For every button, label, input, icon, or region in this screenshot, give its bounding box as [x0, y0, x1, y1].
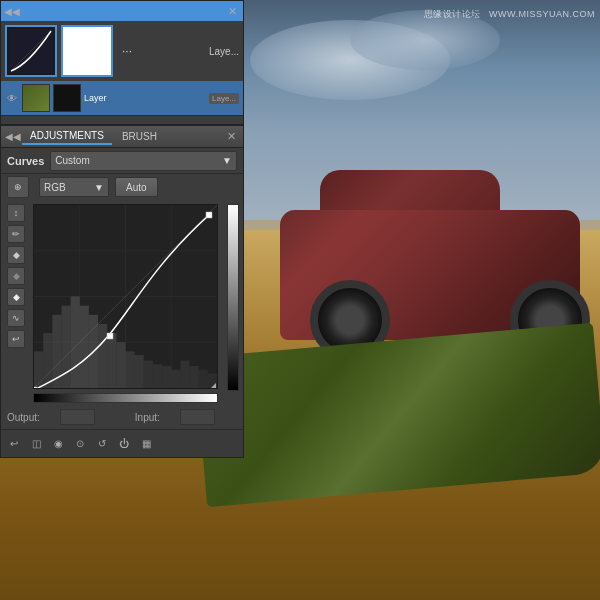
auto-button[interactable]: Auto: [115, 177, 158, 197]
layers-label[interactable]: Laye...: [209, 46, 239, 57]
svg-rect-14: [80, 306, 89, 388]
channel-value: RGB: [44, 182, 66, 193]
adjustments-bottom-bar: ↩ ◫ ◉ ⊙ ↺ ⏻ ▦: [1, 429, 243, 457]
blank-thumbnail[interactable]: [61, 25, 113, 77]
delete-icon[interactable]: ▦: [137, 435, 155, 453]
curves-tools: ↕ ✏ ◆ ◆ ◆ ∿ ↩: [7, 200, 27, 405]
view-icon[interactable]: ◉: [49, 435, 67, 453]
curves-title-row: Curves Custom ▼: [1, 148, 243, 174]
layer-badge: Laye...: [209, 93, 239, 104]
output-input-row: Output: Input:: [1, 405, 243, 429]
preset-value: Custom: [55, 155, 89, 166]
vertical-gradient-bar: [227, 204, 239, 391]
svg-rect-18: [116, 342, 125, 388]
preset-dropdown-arrow: ▼: [222, 155, 232, 166]
refresh-icon[interactable]: ↺: [93, 435, 111, 453]
eyedropper-black-tool[interactable]: ◆: [7, 246, 25, 264]
tab-adjustments[interactable]: ADJUSTMENTS: [22, 128, 112, 145]
adjustments-panel-header: ◀◀ ADJUSTMENTS BRUSH ✕: [1, 126, 243, 148]
channel-dropdown[interactable]: RGB ▼: [39, 177, 109, 197]
svg-rect-22: [153, 364, 162, 388]
input-label: Input:: [135, 412, 160, 423]
svg-rect-23: [162, 366, 171, 388]
svg-rect-12: [61, 306, 70, 388]
toggle-visibility-icon[interactable]: ◫: [27, 435, 45, 453]
svg-rect-9: [34, 351, 43, 388]
panel-close-x[interactable]: ✕: [224, 130, 238, 144]
svg-rect-29: [107, 333, 113, 339]
panel-thumbnails: ··· Laye...: [1, 21, 243, 81]
panel-collapse-icon[interactable]: ◀◀: [5, 4, 19, 18]
svg-rect-27: [199, 370, 208, 388]
output-label: Output:: [7, 412, 40, 423]
svg-rect-26: [190, 366, 199, 388]
eyedropper-tool[interactable]: ⊕: [7, 176, 29, 198]
curves-section: ↕ ✏ ◆ ◆ ◆ ∿ ↩: [1, 200, 243, 405]
curves-area[interactable]: [33, 204, 218, 389]
layers-list: 👁 Layer Laye...: [1, 81, 243, 116]
horizontal-gradient-bar: [33, 393, 218, 403]
curve-corner-tool[interactable]: ↩: [7, 330, 25, 348]
panel-top-bar: ◀◀ ✕: [1, 1, 243, 21]
curve-smooth-tool[interactable]: ∿: [7, 309, 25, 327]
panel-collapse-arrow[interactable]: ◀◀: [6, 130, 20, 144]
svg-rect-31: [206, 212, 212, 218]
eyedropper-grey-tool[interactable]: ◆: [7, 267, 25, 285]
channel-dropdown-arrow: ▼: [94, 182, 104, 193]
svg-rect-20: [135, 355, 144, 388]
svg-rect-17: [107, 333, 116, 388]
layer-name: Layer: [84, 93, 206, 103]
watermark: 思缘设计论坛 WWW.MISSYUAN.COM: [424, 8, 595, 21]
panel-close-button[interactable]: ✕: [225, 4, 239, 18]
svg-rect-24: [171, 370, 180, 388]
svg-rect-10: [43, 333, 52, 388]
tab-brush[interactable]: BRUSH: [114, 129, 165, 144]
output-input[interactable]: [60, 409, 95, 425]
svg-rect-16: [98, 324, 107, 388]
eyedropper-white-tool[interactable]: ◆: [7, 288, 25, 306]
pencil-tool[interactable]: ✏: [7, 225, 25, 243]
curves-grid-svg: [34, 205, 217, 388]
layers-panel: ◀◀ ✕ ··· Laye... 👁 Layer Laye...: [0, 0, 244, 125]
svg-rect-13: [71, 297, 80, 389]
layer-thumbnail-green: [22, 84, 50, 112]
svg-rect-19: [126, 351, 135, 388]
power-icon[interactable]: ⏻: [115, 435, 133, 453]
panel-menu-button[interactable]: ···: [117, 41, 137, 61]
svg-rect-21: [144, 361, 153, 388]
channel-row: ⊕ RGB ▼ Auto: [1, 174, 243, 200]
adjustments-panel: ◀◀ ADJUSTMENTS BRUSH ✕ Curves Custom ▼ ⊕…: [0, 125, 244, 458]
pointer-tool[interactable]: ↕: [7, 204, 25, 222]
curves-graph-wrapper: [27, 200, 224, 405]
layer-mask-thumbnail: [53, 84, 81, 112]
clip-icon[interactable]: ⊙: [71, 435, 89, 453]
layer-visibility-icon[interactable]: 👁: [5, 91, 19, 105]
svg-rect-25: [180, 361, 189, 388]
curves-title: Curves: [7, 155, 44, 167]
layer-item-green[interactable]: 👁 Layer Laye...: [1, 81, 243, 116]
input-input[interactable]: [180, 409, 215, 425]
svg-rect-30: [34, 387, 37, 388]
preset-dropdown[interactable]: Custom ▼: [50, 151, 237, 171]
reset-icon[interactable]: ↩: [5, 435, 23, 453]
curves-thumbnail[interactable]: [5, 25, 57, 77]
